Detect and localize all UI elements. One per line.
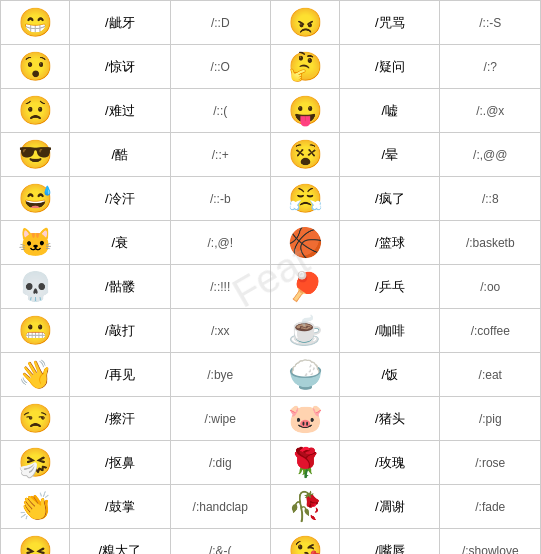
table-row: 🐱/衰/:,@!🏀/篮球/:basketb xyxy=(1,221,541,265)
emoji-right: 🍚 xyxy=(270,353,339,397)
code-right: /:.@x xyxy=(440,89,541,133)
emoji-icon: 😬 xyxy=(18,315,53,346)
emoji-icon: 🌹 xyxy=(288,447,323,478)
emoji-right: 😘 xyxy=(270,529,339,555)
emoji-right: 🌹 xyxy=(270,441,339,485)
code-left: /::O xyxy=(170,45,270,89)
emoji-icon: 😘 xyxy=(288,535,323,555)
emoji-right: 🥀 xyxy=(270,485,339,529)
table-row: 😅/冷汗/::-b😤/疯了/::8 xyxy=(1,177,541,221)
name-right: /嘘 xyxy=(340,89,440,133)
emoji-icon: ☕ xyxy=(288,315,323,346)
emoji-icon: 🤧 xyxy=(18,447,53,478)
table-row: 💀/骷髅/::!!!🏓/乒乓/:oo xyxy=(1,265,541,309)
code-left: /:dig xyxy=(170,441,270,485)
table-row: 😎/酷/::+😵/晕/:,@@ xyxy=(1,133,541,177)
name-left: /骷髅 xyxy=(70,265,170,309)
emoji-icon: 😁 xyxy=(18,7,53,38)
table-row: 👏/鼓掌/:handclap🥀/凋谢/:fade xyxy=(1,485,541,529)
name-right: /篮球 xyxy=(340,221,440,265)
emoji-left: 😖 xyxy=(1,529,70,555)
emoji-left: 🐱 xyxy=(1,221,70,265)
emoji-icon: 🤔 xyxy=(288,51,323,82)
table-row: 😯/惊讶/::O🤔/疑问/:? xyxy=(1,45,541,89)
name-right: /疑问 xyxy=(340,45,440,89)
name-left: /糗大了 xyxy=(70,529,170,555)
code-right: /:rose xyxy=(440,441,541,485)
code-left: /:handclap xyxy=(170,485,270,529)
name-left: /抠鼻 xyxy=(70,441,170,485)
emoji-table: 😁/龇牙/::D😠/咒骂/::-S😯/惊讶/::O🤔/疑问/:?😟/难过/::(… xyxy=(0,0,541,554)
emoji-right: 😠 xyxy=(270,1,339,45)
code-left: /::-b xyxy=(170,177,270,221)
code-left: /:wipe xyxy=(170,397,270,441)
emoji-icon: 😖 xyxy=(18,535,53,555)
code-right: /:pig xyxy=(440,397,541,441)
emoji-left: 👋 xyxy=(1,353,70,397)
emoji-right: ☕ xyxy=(270,309,339,353)
name-right: /咒骂 xyxy=(340,1,440,45)
emoji-icon: 😠 xyxy=(288,7,323,38)
code-right: /:oo xyxy=(440,265,541,309)
emoji-left: 😅 xyxy=(1,177,70,221)
code-left: /:bye xyxy=(170,353,270,397)
emoji-right: 😛 xyxy=(270,89,339,133)
name-right: /晕 xyxy=(340,133,440,177)
emoji-left: 💀 xyxy=(1,265,70,309)
name-right: /乒乓 xyxy=(340,265,440,309)
emoji-icon: 🍚 xyxy=(288,359,323,390)
emoji-icon: 🏓 xyxy=(288,271,323,302)
emoji-left: 😎 xyxy=(1,133,70,177)
name-left: /冷汗 xyxy=(70,177,170,221)
emoji-right: 😵 xyxy=(270,133,339,177)
code-right: /:showlove xyxy=(440,529,541,555)
emoji-icon: 😒 xyxy=(18,403,53,434)
emoji-icon: 😛 xyxy=(288,95,323,126)
code-left: /::D xyxy=(170,1,270,45)
emoji-right: 🏀 xyxy=(270,221,339,265)
code-right: /:,@@ xyxy=(440,133,541,177)
name-right: /嘴唇 xyxy=(340,529,440,555)
name-left: /龇牙 xyxy=(70,1,170,45)
emoji-icon: 🐷 xyxy=(288,403,323,434)
emoji-icon: 👏 xyxy=(18,491,53,522)
name-right: /饭 xyxy=(340,353,440,397)
emoji-icon: 👋 xyxy=(18,359,53,390)
name-right: /猪头 xyxy=(340,397,440,441)
name-left: /衰 xyxy=(70,221,170,265)
code-left: /::( xyxy=(170,89,270,133)
emoji-icon: 😟 xyxy=(18,95,53,126)
table-row: 👋/再见/:bye🍚/饭/:eat xyxy=(1,353,541,397)
emoji-left: 👏 xyxy=(1,485,70,529)
emoji-left: 😬 xyxy=(1,309,70,353)
table-row: 🤧/抠鼻/:dig🌹/玫瑰/:rose xyxy=(1,441,541,485)
emoji-left: 😒 xyxy=(1,397,70,441)
code-right: /::-S xyxy=(440,1,541,45)
code-left: /::+ xyxy=(170,133,270,177)
code-right: /:fade xyxy=(440,485,541,529)
name-left: /鼓掌 xyxy=(70,485,170,529)
emoji-icon: 🐱 xyxy=(18,227,53,258)
emoji-icon: 😅 xyxy=(18,183,53,214)
name-right: /疯了 xyxy=(340,177,440,221)
name-left: /敲打 xyxy=(70,309,170,353)
table-row: 😬/敲打/:xx☕/咖啡/:coffee xyxy=(1,309,541,353)
code-right: /::8 xyxy=(440,177,541,221)
table-row: 😟/难过/::(😛/嘘/:.@x xyxy=(1,89,541,133)
code-left: /:,@! xyxy=(170,221,270,265)
emoji-left: 😟 xyxy=(1,89,70,133)
code-left: /:xx xyxy=(170,309,270,353)
table-row: 😒/擦汗/:wipe🐷/猪头/:pig xyxy=(1,397,541,441)
code-right: /:coffee xyxy=(440,309,541,353)
name-left: /难过 xyxy=(70,89,170,133)
emoji-right: 🐷 xyxy=(270,397,339,441)
name-right: /凋谢 xyxy=(340,485,440,529)
code-left: /:&-( xyxy=(170,529,270,555)
name-left: /再见 xyxy=(70,353,170,397)
name-right: /咖啡 xyxy=(340,309,440,353)
emoji-icon: 😤 xyxy=(288,183,323,214)
emoji-right: 😤 xyxy=(270,177,339,221)
emoji-icon: 😎 xyxy=(18,139,53,170)
code-right: /:eat xyxy=(440,353,541,397)
emoji-left: 🤧 xyxy=(1,441,70,485)
